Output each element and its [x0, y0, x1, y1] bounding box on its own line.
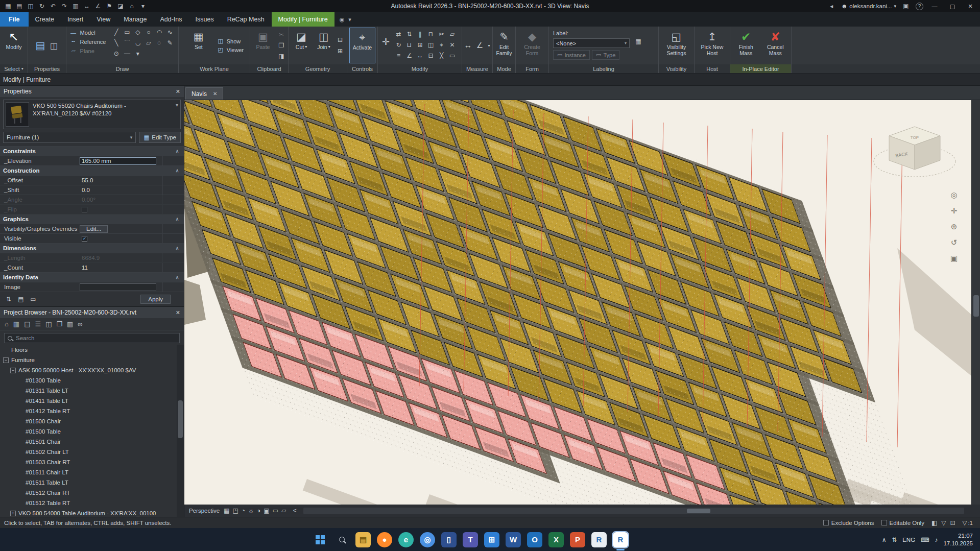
dimension-icon[interactable]: ∠ — [475, 41, 485, 50]
taskbar-phone-link[interactable]: ▯ — [441, 532, 457, 547]
modify-tool-icon-14[interactable]: ↔ — [415, 51, 425, 60]
qat-more-icon[interactable]: ▾ — [138, 1, 148, 11]
modify-state-icon[interactable]: ◉ — [340, 16, 345, 23]
browser-item-01300-table[interactable]: #01300 Table — [0, 375, 176, 386]
tab-create[interactable]: Create — [29, 12, 61, 27]
label-settings-icon[interactable]: ▦ — [634, 37, 643, 46]
camera-icon[interactable]: ▣ — [949, 253, 959, 263]
create-form-button[interactable]: ◆ Create Form — [518, 28, 546, 63]
perspective-label[interactable]: Perspective — [189, 508, 220, 514]
type-selector[interactable]: VKO 500 55020 Chairs Auditorium - XX'RA'… — [3, 100, 181, 129]
draw-tool-icon-6[interactable]: ╲ — [111, 38, 122, 47]
editable-only-checkbox[interactable] — [881, 520, 887, 525]
modify-tool-icon-13[interactable]: ∠ — [404, 51, 415, 60]
views-icon[interactable]: ▦ — [13, 320, 19, 328]
maximize-button[interactable]: ▢ — [946, 3, 959, 10]
orbit-icon[interactable]: ↺ — [949, 237, 959, 248]
modify-tool-icon-8[interactable]: ⊞ — [415, 40, 425, 50]
modify-tool-icon-12[interactable]: ≡ — [393, 51, 404, 60]
open-icon[interactable]: ▤ — [14, 1, 25, 11]
match-type-icon[interactable]: ◨ — [277, 52, 286, 61]
scroll-left-icon[interactable]: < — [290, 506, 299, 515]
properties-sort-icon[interactable]: ⇅ — [4, 295, 13, 304]
show-crop-icon[interactable]: ▭ — [273, 507, 278, 514]
tab-recap-mesh[interactable]: ReCap Mesh — [221, 12, 271, 27]
modify-tool-icon-6[interactable]: ↻ — [393, 40, 404, 50]
tab-file[interactable]: File — [0, 12, 29, 27]
type-caret-icon[interactable]: ▾ — [176, 102, 178, 127]
redo-icon[interactable]: ↷ — [59, 1, 69, 11]
taskbar-search[interactable] — [334, 532, 349, 547]
clock[interactable]: 21:07 17.10.2025 — [943, 532, 973, 547]
panel-label-select[interactable]: Select▾ — [0, 64, 28, 73]
viewport-hscrollbar[interactable] — [303, 508, 964, 514]
instance-toggle[interactable]: ▭Instance — [553, 50, 590, 60]
draw-tool-icon-10[interactable]: ◌ — [154, 38, 164, 47]
close-view-icon[interactable]: ✕ — [213, 91, 217, 97]
browser-item-furniture[interactable]: −Furniture — [0, 355, 176, 365]
property-value-image[interactable] — [80, 283, 156, 291]
minimize-button[interactable]: — — [928, 3, 941, 9]
sync-icon[interactable]: ↻ — [37, 1, 47, 11]
browser-item-01511-table-lt[interactable]: #01511 Table LT — [0, 477, 176, 488]
print-icon[interactable]: ▥ — [70, 1, 81, 11]
language-indicator[interactable]: ENG — [902, 537, 915, 543]
modify-tool-icon-16[interactable]: ╳ — [436, 51, 447, 60]
tree-expander-minus[interactable]: − — [3, 357, 9, 363]
taskbar-outlook[interactable]: O — [527, 532, 542, 547]
taskbar-excel[interactable]: X — [548, 532, 564, 547]
browser-item-01501-chair[interactable]: #01501 Chair — [0, 437, 176, 447]
beam-joins-icon[interactable]: ⊞ — [336, 46, 345, 56]
zoom-icon[interactable]: ⊕ — [949, 222, 959, 232]
draw-tool-icon-14[interactable]: ▾ — [132, 49, 143, 58]
aligned-dimension-icon[interactable]: ∠ — [93, 1, 103, 11]
sheets-icon[interactable]: ▤ — [24, 320, 30, 328]
draw-mode-model[interactable]: —Model — [69, 30, 106, 36]
properties-toggle-icon[interactable]: ▤ — [36, 41, 45, 50]
taskbar-powerpoint[interactable]: P — [570, 532, 585, 547]
save-icon[interactable]: ◫ — [26, 1, 36, 11]
properties-group-icon[interactable]: ▭ — [29, 295, 38, 304]
edit-overrides-button[interactable]: Edit... — [80, 225, 108, 233]
help-icon[interactable]: ? — [916, 3, 923, 10]
browser-item-01411-table-lt[interactable]: #01411 Table LT — [0, 396, 176, 406]
browser-item-01512-table-rt[interactable]: #01512 Table RT — [0, 498, 176, 508]
tree-expander-minus[interactable]: − — [10, 368, 16, 373]
groups-icon[interactable]: ❐ — [56, 320, 62, 328]
pick-new-host-button[interactable]: ↥ Pick New Host — [697, 28, 728, 63]
user-account[interactable]: ☻ oleksandr.kani... ▾ — [841, 3, 896, 9]
tab-issues[interactable]: Issues — [189, 12, 221, 27]
home-icon[interactable]: ⌂ — [5, 320, 9, 328]
edit-family-button[interactable]: ✎ Edit Family — [495, 28, 513, 63]
taskbar-teams[interactable]: T — [463, 532, 478, 547]
modify-tool-icon-10[interactable]: ⌖ — [436, 40, 447, 50]
move-icon[interactable]: ✛ — [382, 35, 390, 49]
visual-style-icon[interactable]: ◔ — [242, 507, 245, 514]
detail-level-icon[interactable]: ◳ — [232, 507, 238, 514]
draw-tool-icon-8[interactable]: ◡ — [132, 38, 143, 47]
checkbox-flip[interactable] — [82, 207, 87, 212]
section-icon[interactable]: ◪ — [115, 1, 126, 11]
viewport-vscrollbar[interactable] — [971, 100, 980, 505]
network-icon[interactable]: ⇅ — [892, 536, 897, 543]
modify-button[interactable]: ↖ Modify — [2, 28, 26, 63]
wall-joins-icon[interactable]: ⊟ — [336, 35, 345, 44]
close-button[interactable]: ✕ — [964, 3, 977, 10]
draw-tool-icon-2[interactable]: ◇ — [132, 28, 143, 37]
draw-tool-icon-12[interactable]: ⊙ — [111, 49, 122, 58]
close-properties-icon[interactable]: ✕ — [176, 88, 180, 95]
browser-item-ask-500-50000-host-xx-xx-xx-01000-av[interactable]: −ASK 500 50000 Host - XX'XX'XX_01000 $AV — [0, 365, 176, 375]
tab-manage[interactable]: Manage — [117, 12, 153, 27]
draw-tool-icon-1[interactable]: ▭ — [122, 28, 132, 37]
properties-filter-icon[interactable]: ▤ — [16, 295, 26, 304]
view-tab-navis[interactable]: Navis ✕ — [185, 87, 223, 100]
browser-item-01311-table-lt[interactable]: #01311 Table LT — [0, 386, 176, 396]
cancel-mass-button[interactable]: ✘ Cancel Mass — [762, 28, 790, 63]
browser-item-floors[interactable]: Floors — [0, 345, 176, 355]
draw-tool-icon-3[interactable]: ○ — [143, 28, 154, 37]
browser-item-01511-chair-lt[interactable]: #01511 Chair LT — [0, 467, 176, 477]
modify-tool-icon-1[interactable]: ⇅ — [404, 30, 415, 39]
tab-insert[interactable]: Insert — [61, 12, 90, 27]
taskbar-word[interactable]: W — [506, 532, 521, 547]
label-dropdown[interactable]: <None> ▾ — [553, 38, 630, 48]
